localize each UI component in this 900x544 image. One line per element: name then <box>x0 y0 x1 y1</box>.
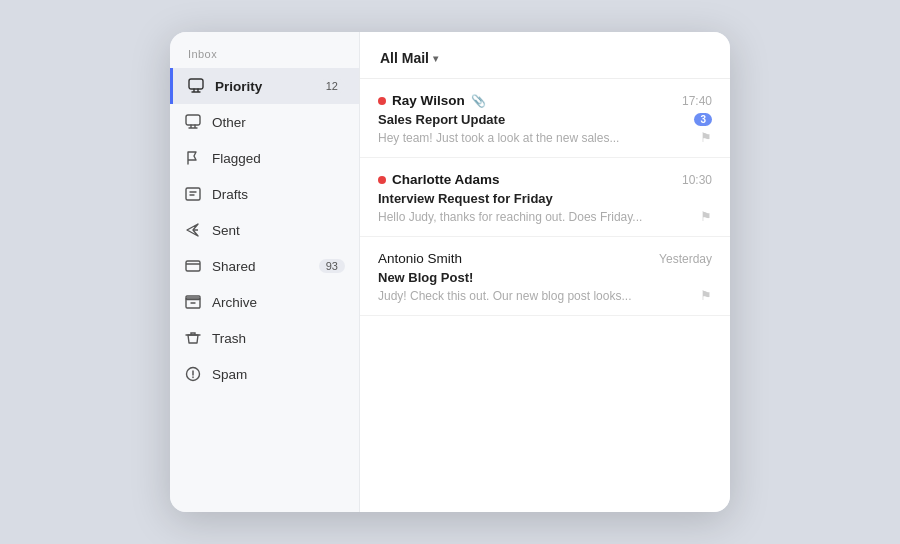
spam-icon <box>184 365 202 383</box>
dropdown-arrow-icon: ▾ <box>433 53 438 64</box>
sidebar-item-trash[interactable]: Trash <box>170 320 359 356</box>
unread-dot-1 <box>378 97 386 105</box>
sent-icon <box>184 221 202 239</box>
email-badge-1: 3 <box>694 113 712 126</box>
drafts-icon <box>184 185 202 203</box>
mail-app: Inbox Priority 12 Other Flagged <box>170 32 730 512</box>
email-list: Ray Wilson 📎 17:40 Sales Report Update 3… <box>360 79 730 512</box>
sidebar-item-spam[interactable]: Spam <box>170 356 359 392</box>
email-item-1[interactable]: Ray Wilson 📎 17:40 Sales Report Update 3… <box>360 79 730 158</box>
email-item-3[interactable]: Antonio Smith Yesterday New Blog Post! J… <box>360 237 730 316</box>
sidebar-priority-label: Priority <box>215 79 309 94</box>
email-time-2: 10:30 <box>682 173 712 187</box>
svg-rect-1 <box>186 115 200 125</box>
email-time-3: Yesterday <box>659 252 712 266</box>
priority-icon <box>187 77 205 95</box>
sender-name-2: Charlotte Adams <box>392 172 500 187</box>
sidebar-priority-badge: 12 <box>319 79 345 93</box>
email-preview-1: Hey team! Just took a look at the new sa… <box>378 131 619 145</box>
sidebar-archive-label: Archive <box>212 295 345 310</box>
email-sender-2: Charlotte Adams <box>378 172 500 187</box>
main-header: All Mail ▾ <box>360 32 730 79</box>
email-subject-3: New Blog Post! <box>378 270 473 285</box>
email-subject-1: Sales Report Update <box>378 112 505 127</box>
sidebar-trash-label: Trash <box>212 331 345 346</box>
sidebar-item-priority[interactable]: Priority 12 <box>170 68 359 104</box>
sidebar: Inbox Priority 12 Other Flagged <box>170 32 360 512</box>
email-preview-3: Judy! Check this out. Our new blog post … <box>378 289 631 303</box>
all-mail-label: All Mail <box>380 50 429 66</box>
sender-name-3: Antonio Smith <box>378 251 462 266</box>
unread-dot-2 <box>378 176 386 184</box>
svg-rect-2 <box>186 188 200 200</box>
email-time-1: 17:40 <box>682 94 712 108</box>
sidebar-shared-label: Shared <box>212 259 309 274</box>
email-sender-1: Ray Wilson 📎 <box>378 93 486 108</box>
shared-icon <box>184 257 202 275</box>
flag-icon-1[interactable]: ⚑ <box>700 130 712 145</box>
flag-icon-3[interactable]: ⚑ <box>700 288 712 303</box>
inbox-label: Inbox <box>170 48 359 68</box>
trash-icon <box>184 329 202 347</box>
sidebar-drafts-label: Drafts <box>212 187 345 202</box>
attachment-icon-1: 📎 <box>471 94 486 108</box>
email-preview-2: Hello Judy, thanks for reaching out. Doe… <box>378 210 642 224</box>
sidebar-flagged-label: Flagged <box>212 151 345 166</box>
main-panel: All Mail ▾ Ray Wilson 📎 17:40 Sales Repo… <box>360 32 730 512</box>
sidebar-item-drafts[interactable]: Drafts <box>170 176 359 212</box>
sidebar-item-archive[interactable]: Archive <box>170 284 359 320</box>
sender-name-1: Ray Wilson <box>392 93 465 108</box>
svg-rect-0 <box>189 79 203 89</box>
archive-icon <box>184 293 202 311</box>
sidebar-item-other[interactable]: Other <box>170 104 359 140</box>
email-sender-3: Antonio Smith <box>378 251 462 266</box>
other-icon <box>184 113 202 131</box>
sidebar-other-label: Other <box>212 115 345 130</box>
flagged-icon <box>184 149 202 167</box>
all-mail-dropdown[interactable]: All Mail ▾ <box>380 50 438 66</box>
sidebar-spam-label: Spam <box>212 367 345 382</box>
sidebar-shared-badge: 93 <box>319 259 345 273</box>
sidebar-sent-label: Sent <box>212 223 345 238</box>
flag-icon-2[interactable]: ⚑ <box>700 209 712 224</box>
email-item-2[interactable]: Charlotte Adams 10:30 Interview Request … <box>360 158 730 237</box>
svg-rect-3 <box>186 261 200 271</box>
sidebar-item-shared[interactable]: Shared 93 <box>170 248 359 284</box>
sidebar-item-sent[interactable]: Sent <box>170 212 359 248</box>
sidebar-item-flagged[interactable]: Flagged <box>170 140 359 176</box>
email-subject-2: Interview Request for Friday <box>378 191 553 206</box>
